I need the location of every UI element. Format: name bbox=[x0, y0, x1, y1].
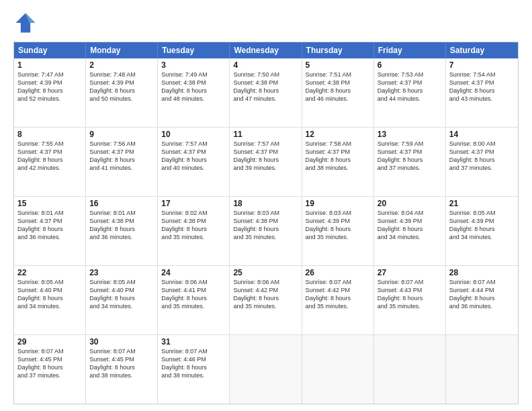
cell-line: and 40 minutes. bbox=[161, 164, 226, 172]
cell-line: Sunset: 4:38 PM bbox=[233, 217, 298, 225]
cell-line: Sunset: 4:45 PM bbox=[89, 355, 154, 363]
cell-line: and 42 minutes. bbox=[17, 164, 82, 172]
cell-line: Daylight: 8 hours bbox=[378, 156, 442, 164]
calendar-cell: 20Sunrise: 8:04 AMSunset: 4:39 PMDayligh… bbox=[374, 197, 446, 265]
calendar-cell: 4Sunrise: 7:50 AMSunset: 4:38 PMDaylight… bbox=[230, 58, 302, 127]
cell-line: Sunset: 4:37 PM bbox=[306, 148, 370, 156]
calendar-row: 22Sunrise: 8:05 AMSunset: 4:40 PMDayligh… bbox=[14, 265, 518, 334]
calendar-cell: 28Sunrise: 8:07 AMSunset: 4:44 PMDayligh… bbox=[446, 266, 518, 334]
calendar-cell: 3Sunrise: 7:49 AMSunset: 4:38 PMDaylight… bbox=[158, 58, 230, 127]
calendar-cell: 24Sunrise: 8:06 AMSunset: 4:41 PMDayligh… bbox=[158, 266, 230, 334]
cell-line: Sunrise: 8:00 AM bbox=[449, 140, 515, 148]
cell-line: Daylight: 8 hours bbox=[17, 225, 82, 233]
day-number: 15 bbox=[17, 199, 82, 208]
cell-line: Sunrise: 8:07 AM bbox=[378, 278, 442, 286]
cell-line: Sunset: 4:40 PM bbox=[89, 286, 154, 294]
calendar-cell: 25Sunrise: 8:06 AMSunset: 4:42 PMDayligh… bbox=[230, 266, 302, 334]
weekday-header: Wednesday bbox=[230, 42, 302, 58]
cell-line: and 34 minutes. bbox=[378, 233, 442, 241]
cell-line: Sunset: 4:43 PM bbox=[378, 286, 442, 294]
cell-line: and 37 minutes. bbox=[378, 164, 442, 172]
cell-line: Daylight: 8 hours bbox=[449, 156, 515, 164]
calendar-cell: 5Sunrise: 7:51 AMSunset: 4:38 PMDaylight… bbox=[302, 58, 374, 127]
day-number: 3 bbox=[161, 60, 226, 70]
cell-line: Daylight: 8 hours bbox=[89, 363, 154, 371]
day-number: 20 bbox=[378, 199, 442, 208]
cell-line: and 35 minutes. bbox=[378, 302, 442, 310]
cell-line: Daylight: 8 hours bbox=[161, 225, 226, 233]
cell-line: Sunset: 4:40 PM bbox=[17, 286, 82, 294]
calendar-cell bbox=[302, 335, 374, 404]
weekday-header: Sunday bbox=[14, 42, 86, 58]
cell-line: Sunrise: 7:51 AM bbox=[306, 71, 370, 79]
cell-line: Sunset: 4:39 PM bbox=[378, 217, 442, 225]
cell-line: and 34 minutes. bbox=[17, 302, 82, 310]
day-number: 1 bbox=[17, 60, 82, 70]
cell-line: Sunset: 4:38 PM bbox=[306, 79, 370, 87]
cell-line: Sunset: 4:37 PM bbox=[161, 148, 226, 156]
cell-line: Daylight: 8 hours bbox=[17, 87, 82, 95]
calendar-cell: 16Sunrise: 8:01 AMSunset: 4:38 PMDayligh… bbox=[86, 197, 158, 265]
cell-line: and 35 minutes. bbox=[233, 302, 298, 310]
day-number: 23 bbox=[89, 268, 154, 277]
cell-line: Daylight: 8 hours bbox=[161, 87, 226, 95]
cell-line: Sunrise: 7:47 AM bbox=[17, 71, 82, 79]
day-number: 21 bbox=[449, 199, 515, 208]
cell-line: Sunrise: 7:58 AM bbox=[306, 140, 370, 148]
cell-line: Sunrise: 8:05 AM bbox=[17, 278, 82, 286]
cell-line: Sunrise: 8:06 AM bbox=[233, 278, 298, 286]
calendar-cell: 8Sunrise: 7:55 AMSunset: 4:37 PMDaylight… bbox=[14, 128, 86, 196]
cell-line: Daylight: 8 hours bbox=[449, 87, 515, 95]
calendar-cell: 1Sunrise: 7:47 AMSunset: 4:39 PMDaylight… bbox=[14, 58, 86, 127]
cell-line: Sunrise: 7:57 AM bbox=[233, 140, 298, 148]
day-number: 27 bbox=[378, 268, 442, 277]
cell-line: Sunrise: 7:53 AM bbox=[378, 71, 442, 79]
cell-line: Sunrise: 7:56 AM bbox=[89, 140, 154, 148]
cell-line: Sunrise: 8:01 AM bbox=[17, 209, 82, 217]
calendar: SundayMondayTuesdayWednesdayThursdayFrid… bbox=[13, 42, 519, 404]
cell-line: and 43 minutes. bbox=[449, 95, 515, 103]
cell-line: and 34 minutes. bbox=[449, 233, 515, 241]
calendar-cell: 13Sunrise: 7:59 AMSunset: 4:37 PMDayligh… bbox=[374, 128, 446, 196]
cell-line: Sunset: 4:37 PM bbox=[449, 148, 515, 156]
cell-line: Sunset: 4:37 PM bbox=[233, 148, 298, 156]
cell-line: Sunrise: 8:07 AM bbox=[306, 278, 370, 286]
page: SundayMondayTuesdayWednesdayThursdayFrid… bbox=[0, 0, 532, 411]
day-number: 25 bbox=[233, 268, 298, 277]
day-number: 8 bbox=[17, 130, 82, 139]
cell-line: Sunrise: 8:03 AM bbox=[233, 209, 298, 217]
cell-line: and 34 minutes. bbox=[89, 302, 154, 310]
cell-line: and 41 minutes. bbox=[89, 164, 154, 172]
cell-line: Sunset: 4:39 PM bbox=[306, 217, 370, 225]
cell-line: Sunrise: 8:01 AM bbox=[89, 209, 154, 217]
cell-line: Sunset: 4:44 PM bbox=[449, 286, 515, 294]
day-number: 4 bbox=[233, 60, 298, 70]
cell-line: and 46 minutes. bbox=[306, 95, 370, 103]
day-number: 5 bbox=[306, 60, 370, 70]
day-number: 31 bbox=[161, 337, 226, 347]
calendar-cell: 6Sunrise: 7:53 AMSunset: 4:37 PMDaylight… bbox=[374, 58, 446, 127]
cell-line: Sunrise: 8:07 AM bbox=[449, 278, 515, 286]
cell-line: Daylight: 8 hours bbox=[306, 87, 370, 95]
day-number: 13 bbox=[378, 130, 442, 139]
calendar-cell: 27Sunrise: 8:07 AMSunset: 4:43 PMDayligh… bbox=[374, 266, 446, 334]
cell-line: and 47 minutes. bbox=[233, 95, 298, 103]
day-number: 6 bbox=[378, 60, 442, 70]
cell-line: Daylight: 8 hours bbox=[17, 363, 82, 371]
calendar-cell: 15Sunrise: 8:01 AMSunset: 4:37 PMDayligh… bbox=[14, 197, 86, 265]
calendar-cell: 14Sunrise: 8:00 AMSunset: 4:37 PMDayligh… bbox=[446, 128, 518, 196]
weekday-header: Tuesday bbox=[158, 42, 230, 58]
calendar-cell: 29Sunrise: 8:07 AMSunset: 4:45 PMDayligh… bbox=[14, 335, 86, 404]
cell-line: Daylight: 8 hours bbox=[233, 87, 298, 95]
cell-line: Daylight: 8 hours bbox=[449, 225, 515, 233]
cell-line: and 38 minutes. bbox=[306, 164, 370, 172]
cell-line: Sunrise: 8:03 AM bbox=[306, 209, 370, 217]
cell-line: Daylight: 8 hours bbox=[17, 294, 82, 302]
calendar-cell bbox=[230, 335, 302, 404]
day-number: 28 bbox=[449, 268, 515, 277]
cell-line: Daylight: 8 hours bbox=[378, 225, 442, 233]
cell-line: and 35 minutes. bbox=[233, 233, 298, 241]
calendar-cell: 11Sunrise: 7:57 AMSunset: 4:37 PMDayligh… bbox=[230, 128, 302, 196]
cell-line: Daylight: 8 hours bbox=[17, 156, 82, 164]
cell-line: Sunrise: 8:05 AM bbox=[449, 209, 515, 217]
